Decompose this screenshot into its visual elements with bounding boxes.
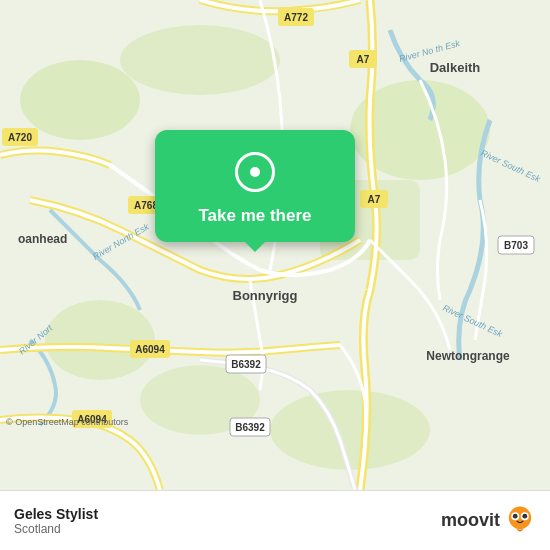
svg-text:oanhead: oanhead bbox=[18, 232, 67, 246]
business-name: Geles Stylist bbox=[14, 506, 98, 522]
business-location: Scotland bbox=[14, 522, 98, 536]
bottom-bar: Geles Stylist Scotland moovit bbox=[0, 490, 550, 550]
take-me-there-button[interactable]: Take me there bbox=[198, 206, 311, 226]
svg-text:A7: A7 bbox=[368, 194, 381, 205]
svg-point-7 bbox=[270, 390, 430, 470]
moovit-text: moovit bbox=[441, 510, 500, 531]
svg-text:A6094: A6094 bbox=[135, 344, 165, 355]
svg-text:B703: B703 bbox=[504, 240, 528, 251]
svg-text:A7: A7 bbox=[357, 54, 370, 65]
map-container: A772 A7 A720 A768 A768 A7 B703 A6094 A60… bbox=[0, 0, 550, 490]
moovit-logo: moovit bbox=[441, 505, 536, 537]
location-pin-icon bbox=[231, 148, 279, 196]
svg-text:A720: A720 bbox=[8, 132, 32, 143]
svg-text:B6392: B6392 bbox=[235, 422, 265, 433]
svg-text:Newtongrange: Newtongrange bbox=[426, 349, 510, 363]
svg-point-1 bbox=[20, 60, 140, 140]
svg-text:A772: A772 bbox=[284, 12, 308, 23]
moovit-icon bbox=[504, 505, 536, 537]
svg-text:B6392: B6392 bbox=[231, 359, 261, 370]
svg-text:Bonnyrigg: Bonnyrigg bbox=[233, 288, 298, 303]
svg-point-43 bbox=[522, 513, 527, 518]
svg-point-2 bbox=[120, 25, 280, 95]
business-info: Geles Stylist Scotland bbox=[14, 506, 98, 536]
osm-attribution: © OpenStreetMap contributors bbox=[6, 417, 128, 427]
svg-text:Dalkeith: Dalkeith bbox=[430, 60, 481, 75]
popup-card[interactable]: Take me there bbox=[155, 130, 355, 242]
svg-point-42 bbox=[513, 513, 518, 518]
